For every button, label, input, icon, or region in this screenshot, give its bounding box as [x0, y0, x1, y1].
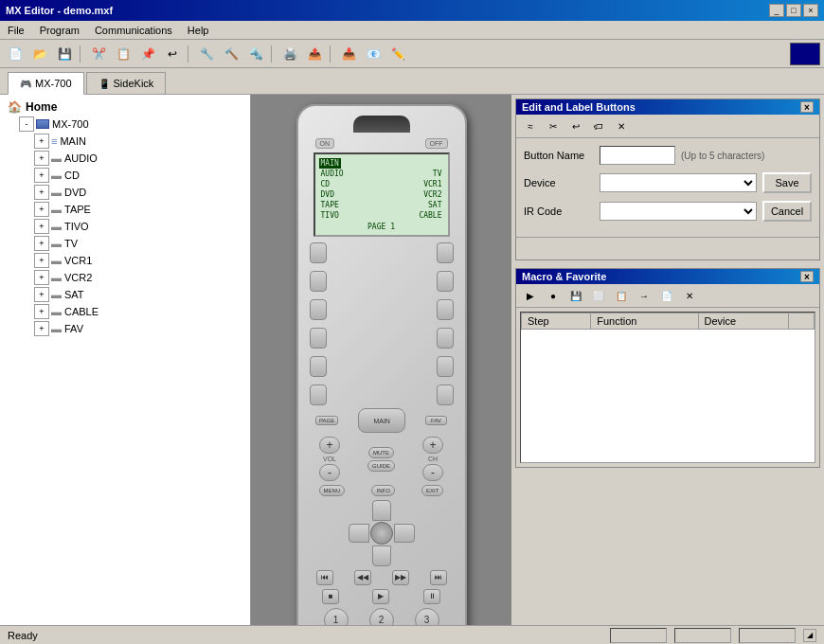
- edit-tool-1[interactable]: ≈: [520, 116, 541, 135]
- macro-copy-btn[interactable]: 📋: [611, 286, 632, 305]
- vcr1-expander[interactable]: +: [34, 253, 49, 268]
- sidebar-item-tivo[interactable]: + ▬ TIVO: [34, 218, 246, 235]
- copy-button[interactable]: 📋: [112, 44, 134, 64]
- toolbar-btn-10[interactable]: 📥: [337, 44, 360, 64]
- vol-up-button[interactable]: +: [319, 437, 340, 454]
- dpad-left[interactable]: [349, 524, 369, 543]
- sidebar-item-cd[interactable]: + ▬ CD: [34, 167, 246, 184]
- save-button[interactable]: Save: [762, 172, 812, 193]
- exit-button[interactable]: EXIT: [421, 485, 443, 496]
- maximize-button[interactable]: □: [786, 4, 801, 17]
- pause-button[interactable]: ⏸: [423, 589, 440, 604]
- macro-delete-btn[interactable]: ✕: [679, 286, 700, 305]
- next-button[interactable]: ⏭: [430, 570, 447, 585]
- mute-button[interactable]: MUTE: [368, 447, 394, 458]
- macro-panel-close[interactable]: ×: [800, 271, 814, 282]
- left-btn-2[interactable]: [310, 271, 327, 292]
- edit-tool-3[interactable]: ↩: [565, 116, 586, 135]
- tv-expander[interactable]: +: [34, 236, 49, 251]
- main-expander[interactable]: +: [34, 134, 49, 149]
- new-button[interactable]: 📄: [4, 44, 27, 64]
- vcr2-expander[interactable]: +: [34, 270, 49, 285]
- screen-tivo[interactable]: TIVO: [319, 210, 341, 221]
- device-select[interactable]: [600, 173, 757, 192]
- sidebar-item-tape[interactable]: + ▬ TAPE: [34, 201, 246, 218]
- right-btn-1[interactable]: [437, 242, 454, 263]
- num-3[interactable]: 3: [415, 608, 439, 625]
- prev-button[interactable]: ⏮: [316, 570, 333, 585]
- cd-expander[interactable]: +: [34, 168, 49, 183]
- toolbar-btn-5[interactable]: 🔧: [195, 44, 218, 64]
- toolbar-btn-6[interactable]: 🔨: [220, 44, 242, 64]
- screen-vcr1[interactable]: VCR1: [421, 179, 443, 189]
- stop-button[interactable]: ■: [322, 589, 339, 604]
- mx700-expander[interactable]: -: [19, 116, 34, 132]
- dpad-up[interactable]: [372, 500, 391, 521]
- edit-panel-close[interactable]: ×: [800, 101, 814, 113]
- num-1[interactable]: 1: [324, 608, 349, 625]
- menu-help[interactable]: Help: [184, 24, 213, 37]
- macro-paste-btn[interactable]: 📄: [656, 286, 677, 305]
- toolbar-btn-7[interactable]: 🔩: [244, 44, 267, 64]
- num-2[interactable]: 2: [369, 608, 394, 625]
- edit-tool-4[interactable]: 🏷: [588, 116, 609, 135]
- left-btn-3[interactable]: [310, 299, 327, 320]
- remote-main-button[interactable]: MAIN: [358, 408, 405, 433]
- edit-tool-5[interactable]: ✕: [611, 116, 632, 135]
- remote-on-button[interactable]: ON: [315, 138, 335, 149]
- screen-vcr2[interactable]: VCR2: [421, 189, 443, 200]
- macro-record-btn[interactable]: ●: [543, 286, 564, 305]
- guide-button[interactable]: GUIDE: [367, 460, 395, 472]
- right-btn-6[interactable]: [437, 385, 454, 405]
- ircode-select[interactable]: [600, 202, 757, 221]
- sidebar-item-vcr1[interactable]: + ▬ VCR1: [34, 252, 246, 269]
- left-btn-6[interactable]: [310, 385, 327, 405]
- remote-page-button[interactable]: PAGE: [315, 416, 338, 425]
- info-button[interactable]: INFO: [371, 485, 394, 496]
- toolbar-btn-8[interactable]: 🖨️: [278, 44, 301, 64]
- tab-sidekick[interactable]: 📱 SideKick: [86, 72, 167, 94]
- sidebar-item-dvd[interactable]: + ▬ DVD: [34, 184, 246, 201]
- sidebar-item-tv[interactable]: + ▬ TV: [34, 235, 246, 252]
- right-btn-2[interactable]: [437, 271, 454, 292]
- open-button[interactable]: 📂: [28, 44, 51, 64]
- ch-up-button[interactable]: +: [422, 437, 443, 454]
- left-btn-1[interactable]: [310, 242, 327, 263]
- tivo-expander[interactable]: +: [34, 219, 49, 234]
- screen-tv[interactable]: TV: [431, 169, 444, 179]
- save-button[interactable]: 💾: [53, 44, 76, 64]
- menu-communications[interactable]: Communications: [91, 24, 176, 37]
- sidebar-item-cable[interactable]: + ▬ CABLE: [34, 303, 246, 320]
- screen-audio[interactable]: AUDIO: [319, 169, 346, 179]
- sat-expander[interactable]: +: [34, 287, 49, 302]
- sidebar-home[interactable]: 🏠 Home: [4, 98, 246, 116]
- sidebar-item-audio[interactable]: + ▬ AUDIO: [34, 150, 246, 167]
- dvd-expander[interactable]: +: [34, 185, 49, 200]
- right-btn-4[interactable]: [437, 328, 454, 349]
- cut-button[interactable]: ✂️: [87, 44, 110, 64]
- sidebar-item-fav[interactable]: + ▬ FAV: [34, 320, 246, 337]
- right-btn-5[interactable]: [437, 356, 454, 377]
- screen-cd[interactable]: CD: [319, 179, 332, 189]
- fav-expander[interactable]: +: [34, 321, 49, 336]
- toolbar-btn-12[interactable]: ✏️: [386, 44, 409, 64]
- macro-stop-btn[interactable]: ⬜: [588, 286, 609, 305]
- menu-program[interactable]: Program: [36, 24, 83, 37]
- macro-arrow-btn[interactable]: →: [634, 286, 654, 305]
- rew-button[interactable]: ◀◀: [354, 570, 371, 585]
- vol-down-button[interactable]: -: [319, 464, 340, 481]
- menu-button[interactable]: MENU: [319, 485, 346, 496]
- right-btn-3[interactable]: [437, 299, 454, 320]
- ch-down-button[interactable]: -: [422, 464, 443, 481]
- screen-tape[interactable]: TAPE: [319, 200, 341, 210]
- minimize-button[interactable]: _: [769, 4, 784, 17]
- cable-expander[interactable]: +: [34, 304, 49, 319]
- screen-sat[interactable]: SAT: [426, 200, 443, 210]
- macro-save-btn[interactable]: 💾: [565, 286, 586, 305]
- close-button[interactable]: ×: [803, 4, 818, 17]
- button-name-input[interactable]: [600, 146, 675, 165]
- audio-expander[interactable]: +: [34, 151, 49, 166]
- resize-grip[interactable]: ◢: [803, 629, 816, 642]
- remote-fav-button[interactable]: FAV: [425, 416, 447, 425]
- dpad-right[interactable]: [394, 524, 415, 543]
